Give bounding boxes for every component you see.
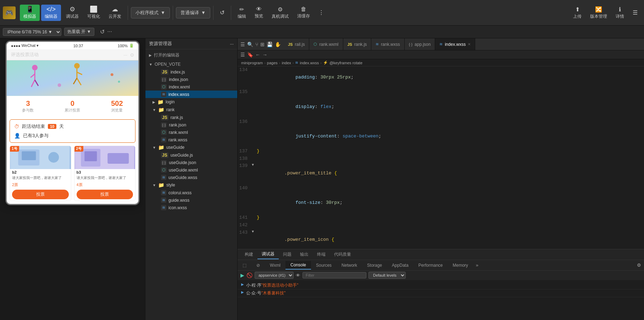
more-icon[interactable]: ··· bbox=[107, 28, 112, 35]
devtab-appdata[interactable]: AppData bbox=[387, 261, 413, 269]
refresh-small-icon[interactable]: ↺ bbox=[100, 28, 105, 35]
file-tree-more-icon[interactable]: ··· bbox=[230, 41, 234, 47]
folder-style-label: style bbox=[166, 183, 175, 188]
code-line-139: 139 ▼ .power_item_title { bbox=[238, 162, 644, 184]
opened-editors-header[interactable]: ▶ 打开的编辑器 bbox=[145, 51, 237, 60]
compile-dropdown-label: 普通编译 bbox=[181, 10, 199, 16]
file-tree-body: ▶ 打开的编辑器 ▼ OPEN_VOTE JS index.js {·} bbox=[145, 49, 237, 320]
file-index-wxml[interactable]: ⬡ index.wxml bbox=[145, 83, 237, 91]
nav-back-icon[interactable]: ← bbox=[255, 52, 260, 58]
refresh-btn[interactable]: ↺ bbox=[216, 8, 228, 17]
mode-dropdown[interactable]: 小程序模式 ▼ bbox=[131, 7, 170, 18]
file-icon-wxss[interactable]: ≋ icon.wxss bbox=[145, 204, 237, 211]
devtab-console[interactable]: Console bbox=[285, 261, 311, 270]
menu-btn[interactable]: ☰ bbox=[629, 8, 641, 17]
file-rank-wxss[interactable]: ≋ rank.wxss bbox=[145, 136, 237, 143]
file-guide-wxss[interactable]: ≋ guide.wxss bbox=[145, 196, 237, 204]
device-select[interactable]: iPhone 6/7/8 75% 16 ▼ bbox=[3, 28, 61, 36]
layers-btn[interactable]: ⋮ bbox=[315, 8, 328, 17]
file-index-wxss[interactable]: ≋ index.wxss bbox=[145, 91, 237, 98]
tab-build[interactable]: 构建 bbox=[240, 250, 257, 259]
appservice-select[interactable]: appservice (#1) bbox=[255, 272, 294, 279]
console-line-1: ▶ 小·程·序"投票选活动小助手" bbox=[238, 282, 644, 289]
nav-target-icon[interactable]: ⊙ bbox=[130, 52, 134, 58]
filter-input[interactable] bbox=[302, 272, 366, 278]
file-useguide-json[interactable]: {·} useGuide.json bbox=[145, 159, 237, 166]
tab-menu-icon[interactable]: ☰ bbox=[240, 42, 245, 47]
clear-icon: 🗑 bbox=[301, 6, 306, 12]
file-name-index-wxss: index.wxss bbox=[168, 92, 189, 97]
nav-dots-icon[interactable]: ··· bbox=[123, 52, 127, 58]
tab-terminal[interactable]: 终端 bbox=[313, 250, 330, 259]
real-debug-btn[interactable]: ⚙ 真机调试 bbox=[268, 5, 292, 21]
devtab-network[interactable]: Network bbox=[337, 261, 362, 269]
devtab-wxml[interactable]: Wxml bbox=[265, 261, 285, 269]
tab-hand-icon[interactable]: ✋ bbox=[275, 42, 281, 47]
json-icon-rank: {·} bbox=[161, 123, 167, 128]
simulator-btn[interactable]: 📱 模拟器 bbox=[20, 5, 40, 21]
tab-close-icon[interactable]: ✕ bbox=[468, 42, 471, 46]
tab-app-json[interactable]: {·} app.json bbox=[405, 38, 435, 50]
stop-icon[interactable]: 🚫 bbox=[246, 272, 252, 278]
version-btn[interactable]: 🔀 版本管理 bbox=[587, 5, 611, 21]
preview-btn[interactable]: 👁 预览 bbox=[251, 5, 267, 21]
tab-rank-wxml[interactable]: ⬡ rank.wxml bbox=[309, 38, 343, 50]
fold-arrow-143[interactable]: ▼ bbox=[252, 229, 257, 235]
debugger-btn[interactable]: ⚙ 调试器 bbox=[62, 5, 82, 21]
edit-btn[interactable]: ✏ 编辑 bbox=[234, 5, 250, 21]
file-index-json[interactable]: {·} index.json bbox=[145, 76, 237, 83]
clear-cache-btn[interactable]: 🗑 清缓存 bbox=[294, 5, 313, 21]
levels-select[interactable]: Default levels bbox=[368, 272, 406, 279]
tab-issues[interactable]: 问题 bbox=[279, 250, 296, 259]
tab-debugger[interactable]: 调试器 bbox=[257, 250, 279, 259]
devtab-storage[interactable]: Storage bbox=[362, 261, 387, 269]
project-section-header[interactable]: ▼ OPEN_VOTE bbox=[145, 60, 237, 68]
fold-arrow-139[interactable]: ▼ bbox=[252, 162, 257, 168]
file-rank-json[interactable]: {·} rank.json bbox=[145, 121, 237, 129]
folder-style[interactable]: ▼ 📁 style bbox=[145, 181, 237, 189]
file-useguide-wxss[interactable]: ≋ useGuide.wxss bbox=[145, 174, 237, 181]
file-useguide-wxml[interactable]: ⬡ useGuide.wxml bbox=[145, 166, 237, 174]
tab-split-icon[interactable]: ⊞ bbox=[260, 42, 265, 47]
devtab-more[interactable]: » bbox=[473, 261, 481, 269]
vote-btn-1[interactable]: 投票 bbox=[12, 190, 69, 199]
folder-style-icon: 📁 bbox=[158, 182, 164, 188]
editor-btn[interactable]: </> 编辑器 bbox=[41, 5, 61, 21]
devtab-memory[interactable]: Memory bbox=[448, 261, 473, 269]
upload-btn[interactable]: ⬆ 上传 bbox=[570, 5, 585, 21]
folder-login[interactable]: ▶ 📁 login bbox=[145, 98, 237, 106]
tab-index-wxss[interactable]: ≋ index.wxss ✕ bbox=[435, 38, 475, 50]
tab-search-icon[interactable]: 🔍 bbox=[247, 42, 253, 47]
folder-useguide[interactable]: ▼ 📁 useGuide bbox=[145, 143, 237, 151]
devtab-inspect[interactable]: ⬚ bbox=[238, 261, 251, 269]
devtools-settings-icon[interactable]: ⚙ bbox=[634, 261, 644, 269]
console-text-1: 小·程·序"投票选活动小助手" bbox=[246, 282, 298, 288]
tab-output[interactable]: 输出 bbox=[296, 250, 313, 259]
devtab-sources[interactable]: Sources bbox=[311, 261, 337, 269]
details-btn[interactable]: ℹ 详情 bbox=[612, 5, 628, 21]
tab-code-quality[interactable]: 代码质量 bbox=[330, 250, 355, 259]
cloud-btn[interactable]: ☁ 云开发 bbox=[105, 5, 125, 21]
vote-btn-2[interactable]: 投票 bbox=[77, 190, 133, 199]
file-rank-wxml[interactable]: ⬡ rank.wxml bbox=[145, 129, 237, 136]
nav-menu-icon[interactable]: ☰ bbox=[240, 52, 245, 58]
tab-rank-wxss[interactable]: ≋ rank.wxss bbox=[371, 38, 404, 50]
run-icon[interactable]: ▶ bbox=[240, 272, 244, 278]
devtab-stop[interactable]: ⊘ bbox=[251, 261, 265, 269]
devtab-performance[interactable]: Performance bbox=[413, 261, 448, 269]
compile-dropdown[interactable]: 普通编译 ▼ bbox=[176, 7, 210, 18]
eye-filter-icon[interactable]: 👁 bbox=[296, 273, 300, 278]
nav-forward-icon[interactable]: → bbox=[262, 52, 267, 58]
visual-btn[interactable]: ⬜ 可视化 bbox=[84, 5, 104, 21]
tab-rank-js[interactable]: JS rank.js bbox=[343, 38, 372, 50]
tab-branch-icon[interactable]: ⑂ bbox=[255, 42, 258, 47]
tab-rail-js[interactable]: JS rail.js bbox=[284, 38, 309, 50]
file-useguide-js[interactable]: JS useGuide.js bbox=[145, 151, 237, 159]
file-rank-js[interactable]: JS rank.js bbox=[145, 114, 237, 121]
hotreload-btn[interactable]: 热重载 开 ▼ bbox=[64, 28, 94, 36]
nav-bookmark-icon[interactable]: 🔖 bbox=[247, 52, 253, 58]
tab-save-icon[interactable]: 💾 bbox=[267, 42, 273, 47]
file-index-js[interactable]: JS index.js bbox=[145, 68, 237, 76]
folder-rank[interactable]: ▼ 📁 rank bbox=[145, 106, 237, 114]
file-colorui-wxss[interactable]: ≋ colorui.wxss bbox=[145, 189, 237, 196]
